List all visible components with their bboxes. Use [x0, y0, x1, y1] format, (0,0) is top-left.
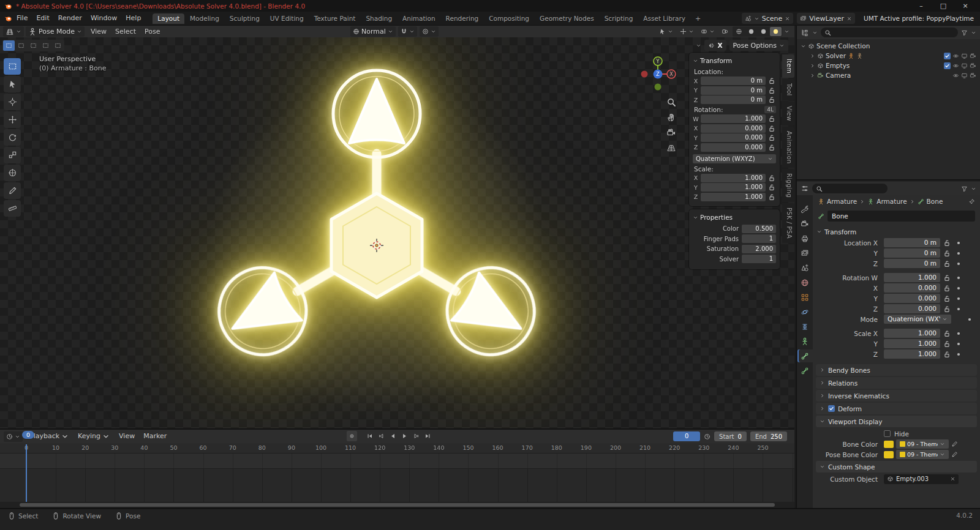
clear-scene-icon[interactable] — [785, 16, 790, 21]
tool-tweak[interactable] — [4, 76, 21, 92]
hand-icon[interactable] — [666, 113, 676, 122]
lock-icon[interactable] — [943, 340, 951, 348]
breadcrumb-item[interactable]: Bone — [927, 198, 943, 205]
camera-render-icon[interactable] — [970, 53, 976, 59]
outliner-row-camera[interactable]: Camera — [797, 70, 980, 80]
animate-dot-icon[interactable] — [954, 305, 963, 313]
value-field[interactable]: 0 m — [701, 95, 766, 104]
workspace-tab-scripting[interactable]: Scripting — [600, 13, 638, 24]
npanel-tab-item[interactable]: Item — [782, 54, 794, 78]
shading-wireframe-button[interactable] — [733, 27, 745, 36]
scrollbar-thumb[interactable] — [20, 503, 775, 507]
snap-toggle[interactable] — [398, 26, 417, 37]
npanel-tab-tool[interactable]: Tool — [782, 79, 794, 100]
pose-options-dropdown[interactable]: Pose Options — [729, 40, 788, 51]
select-mode-new[interactable] — [3, 40, 15, 51]
jump-to-start-button[interactable] — [364, 431, 375, 441]
grid-perspective-icon[interactable] — [666, 143, 676, 153]
next-keyframe-button[interactable] — [411, 431, 421, 441]
preview-range-clock-icon[interactable] — [704, 433, 710, 440]
outliner-search-input[interactable] — [821, 28, 958, 37]
timeline-scrollbar[interactable] — [0, 502, 794, 508]
mirror-x-toggle[interactable]: X — [704, 40, 726, 51]
timeline-menu-keying[interactable]: Keying — [74, 430, 115, 443]
bone-name-field[interactable]: Bone — [827, 211, 975, 222]
properties-tab-render[interactable] — [797, 217, 813, 230]
workspace-tab-modeling[interactable]: Modeling — [185, 13, 224, 24]
brush-icon[interactable] — [951, 441, 958, 447]
value-field[interactable]: 1 — [742, 234, 776, 243]
play-reverse-button[interactable] — [388, 431, 398, 441]
bone-color-select[interactable]: 09 - Theme Colo... — [896, 439, 949, 449]
menu-edit[interactable]: Edit — [32, 12, 53, 25]
timeline-menu-view[interactable]: View — [115, 430, 139, 443]
tool-scale[interactable] — [4, 147, 21, 163]
properties-editor-icon[interactable] — [801, 184, 809, 193]
eye-icon[interactable] — [952, 62, 959, 69]
animate-dot-icon[interactable] — [954, 284, 963, 293]
transform-panel-header[interactable]: Transform — [693, 55, 776, 66]
exclude-checkbox[interactable] — [944, 53, 951, 59]
properties-tab-bone-constraint[interactable] — [797, 364, 813, 377]
value-field[interactable]: 1.000 — [884, 349, 940, 359]
pose-bone-color-select[interactable]: 09 - Theme Colo... — [896, 450, 949, 459]
pose-bone-color-swatch[interactable] — [884, 451, 894, 458]
tool-annotate[interactable] — [4, 182, 21, 199]
camera-render-icon[interactable] — [970, 72, 976, 79]
value-field[interactable]: 2.000 — [742, 245, 776, 253]
eye-icon[interactable] — [952, 53, 959, 59]
properties-tab-view-layer[interactable] — [797, 247, 813, 259]
properties-tab-data[interactable] — [797, 335, 813, 348]
viewport-canvas[interactable]: X Pose Options User Perspective (0) Arma… — [0, 37, 794, 428]
titlebar[interactable]: * Absolute Solver 4.0 [C:\Users\seane\Do… — [0, 0, 980, 12]
chevron-down-icon[interactable] — [696, 43, 701, 48]
close-button[interactable]: × — [954, 0, 976, 12]
screen-icon[interactable] — [961, 72, 968, 79]
panel-viewport-display[interactable]: Viewport Display — [816, 416, 977, 427]
gizmos-dropdown[interactable] — [677, 26, 696, 37]
value-field[interactable]: 0 m — [884, 238, 940, 247]
start-frame-field[interactable]: Start 0 — [714, 431, 747, 441]
outliner-row-solver[interactable]: Solver — [797, 51, 980, 61]
rotation-4l-button[interactable]: 4L — [764, 106, 776, 113]
workspace-tab-animation[interactable]: Animation — [398, 13, 440, 24]
panel-deform[interactable]: Deform — [816, 403, 977, 414]
timeline-menu-marker[interactable]: Marker — [139, 430, 171, 443]
value-field[interactable]: 0.000 — [701, 143, 766, 152]
workspace-tab-geometry-nodes[interactable]: Geometry Nodes — [535, 13, 599, 24]
tool-measure[interactable] — [4, 200, 21, 217]
lock-icon[interactable] — [943, 294, 951, 303]
custom-object-field[interactable]: Empty.003 — [884, 474, 959, 484]
disclosure-icon[interactable] — [810, 53, 815, 59]
properties-tab-world[interactable] — [797, 276, 813, 289]
screen-icon[interactable] — [961, 53, 968, 59]
animate-dot-icon[interactable] — [954, 294, 963, 303]
lock-icon[interactable] — [943, 305, 951, 313]
xray-toggle[interactable] — [719, 26, 731, 37]
properties-tab-tool[interactable] — [797, 203, 813, 215]
animate-dot-icon[interactable] — [954, 350, 963, 359]
tool-select-box[interactable] — [4, 58, 21, 75]
properties-tab-scene[interactable] — [797, 261, 813, 274]
npanel-tab-psk-psa[interactable]: PSK / PSA — [782, 203, 794, 243]
selectability-dropdown[interactable] — [657, 26, 676, 37]
zoom-icon[interactable] — [666, 97, 676, 107]
jump-to-end-button[interactable] — [423, 431, 433, 441]
value-field[interactable]: 0.000 — [884, 294, 940, 303]
select-mode-extend[interactable] — [15, 40, 27, 51]
workspace-tab-asset-library[interactable]: Asset Library — [638, 13, 690, 24]
tool-rotate[interactable] — [4, 129, 21, 146]
maximize-button[interactable]: □ — [932, 0, 954, 12]
animate-dot-icon[interactable] — [954, 239, 963, 247]
panel-inverse-kinematics[interactable]: Inverse Kinematics — [816, 390, 977, 401]
disclosure-icon[interactable] — [801, 43, 806, 49]
value-field[interactable]: 1.000 — [701, 183, 766, 192]
chevron-down-icon[interactable] — [971, 186, 976, 192]
outliner-row-scene-collection[interactable]: Scene Collection — [797, 41, 980, 51]
filter-icon[interactable] — [961, 185, 968, 192]
transform-orientation-selector[interactable]: Normal — [350, 26, 396, 37]
timeline-tracks[interactable] — [0, 453, 794, 502]
minimize-button[interactable]: – — [910, 0, 932, 12]
panel-custom-shape[interactable]: Custom Shape — [816, 461, 977, 472]
exclude-checkbox[interactable] — [944, 62, 951, 69]
